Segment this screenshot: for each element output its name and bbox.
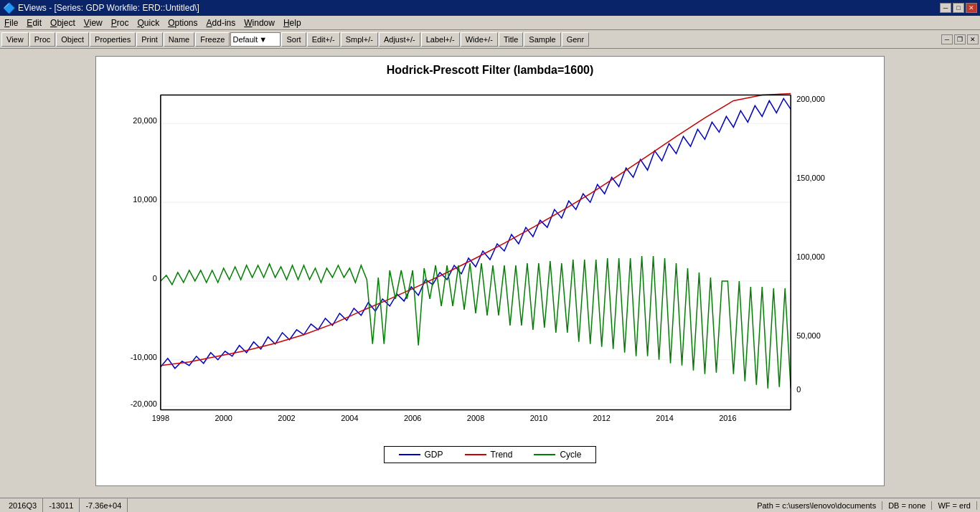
chevron-down-icon: ▼ <box>259 35 267 44</box>
toolbar-label-button[interactable]: Label+/- <box>421 32 460 47</box>
svg-text:20,000: 20,000 <box>133 116 157 125</box>
status-wf: WF = erd <box>932 501 977 510</box>
svg-text:2016: 2016 <box>719 414 736 422</box>
legend-cycle-label: Cycle <box>560 450 581 460</box>
toolbar-genr-button[interactable]: Genr <box>562 32 589 47</box>
svg-text:10,000: 10,000 <box>133 195 157 204</box>
menu-bar: File Edit Object View Proc Quick Options… <box>0 16 980 30</box>
svg-text:200,000: 200,000 <box>796 95 825 103</box>
toolbar-print-button[interactable]: Print <box>136 32 163 47</box>
legend-gdp-label: GDP <box>425 450 443 460</box>
status-bar: 2016Q3 -13011 -7.36e+04 Path = c:\users\… <box>0 498 980 512</box>
inner-window-controls: ─ ❐ ✕ <box>941 34 979 44</box>
maximize-button[interactable]: □ <box>953 3 964 13</box>
svg-text:-20,000: -20,000 <box>131 399 157 408</box>
minimize-button[interactable]: ─ <box>940 3 951 13</box>
toolbar-sort-button[interactable]: Sort <box>281 32 306 47</box>
legend-trend-label: Trend <box>491 450 513 460</box>
status-value1-text: -13011 <box>49 501 73 510</box>
toolbar-view-button[interactable]: View <box>1 32 29 47</box>
status-value2-text: -7.36e+04 <box>85 501 121 510</box>
svg-text:0: 0 <box>153 274 157 283</box>
svg-text:0: 0 <box>796 385 801 394</box>
status-path-text: Path = c:\users\lenovo\documents <box>757 501 876 510</box>
chart-title: Hodrick-Prescott Filter (lambda=1600) <box>103 64 877 77</box>
legend-gdp: GDP <box>399 450 443 460</box>
toolbar-style-value: Default <box>232 35 258 44</box>
toolbar: View Proc Object Properties Print Name F… <box>0 30 980 49</box>
toolbar-proc-button[interactable]: Proc <box>29 32 56 47</box>
toolbar-smpl-button[interactable]: Smpl+/- <box>341 32 378 47</box>
main-content: Hodrick-Prescott Filter (lambda=1600) 20… <box>0 49 980 498</box>
svg-text:150,000: 150,000 <box>796 174 825 182</box>
menu-item-addins[interactable]: Add-ins <box>202 16 240 29</box>
menu-item-window[interactable]: Window <box>240 16 279 29</box>
inner-close-button[interactable]: ✕ <box>967 34 979 44</box>
status-wf-text: WF = erd <box>938 501 971 510</box>
inner-restore-button[interactable]: ❐ <box>954 34 966 44</box>
toolbar-adjust-button[interactable]: Adjust+/- <box>379 32 420 47</box>
status-value1: -13011 <box>43 498 80 512</box>
chart-area: 20,000 10,000 0 -10,000 -20,000 200,000 … <box>103 84 877 442</box>
close-button[interactable]: ✕ <box>966 3 977 13</box>
menu-item-object[interactable]: Object <box>46 16 80 29</box>
status-path: Path = c:\users\lenovo\documents <box>751 501 882 510</box>
title-bar: 🔷 EViews - [Series: GDP Workfile: ERD::U… <box>0 0 980 16</box>
svg-text:100,000: 100,000 <box>796 252 825 261</box>
svg-text:2000: 2000 <box>215 414 232 422</box>
trend-legend-line <box>465 451 486 458</box>
svg-text:2010: 2010 <box>530 414 547 422</box>
status-value2: -7.36e+04 <box>80 498 128 512</box>
status-date: 2016Q3 <box>3 498 43 512</box>
legend-cycle: Cycle <box>534 450 581 460</box>
svg-text:1998: 1998 <box>152 414 169 422</box>
title-bar-controls: ─ □ ✕ <box>940 3 977 13</box>
menu-item-help[interactable]: Help <box>279 16 306 29</box>
inner-minimize-button[interactable]: ─ <box>941 34 953 44</box>
toolbar-freeze-button[interactable]: Freeze <box>195 32 230 47</box>
toolbar-sample-button[interactable]: Sample <box>524 32 560 47</box>
svg-text:2004: 2004 <box>341 414 358 422</box>
svg-text:2008: 2008 <box>467 414 484 422</box>
chart-svg: 20,000 10,000 0 -10,000 -20,000 200,000 … <box>103 84 877 442</box>
toolbar-properties-button[interactable]: Properties <box>90 32 136 47</box>
legend-trend: Trend <box>465 450 513 460</box>
status-right-group: Path = c:\users\lenovo\documents DB = no… <box>751 501 977 510</box>
window-title: EViews - [Series: GDP Workfile: ERD::Unt… <box>18 3 199 13</box>
svg-rect-0 <box>161 95 791 409</box>
svg-text:2014: 2014 <box>656 414 673 422</box>
svg-text:2012: 2012 <box>593 414 611 422</box>
toolbar-title-button[interactable]: Title <box>499 32 523 47</box>
svg-text:50,000: 50,000 <box>796 331 821 340</box>
menu-item-edit[interactable]: Edit <box>22 16 46 29</box>
chart-container: Hodrick-Prescott Filter (lambda=1600) 20… <box>95 56 885 486</box>
svg-text:2002: 2002 <box>278 414 295 422</box>
toolbar-style-dropdown[interactable]: Default ▼ <box>230 32 281 47</box>
status-date-text: 2016Q3 <box>9 501 37 510</box>
status-db: DB = none <box>882 501 932 510</box>
cycle-legend-line <box>534 451 555 458</box>
chart-legend: GDP Trend Cycle <box>384 446 597 463</box>
menu-item-proc[interactable]: Proc <box>107 16 133 29</box>
menu-item-options[interactable]: Options <box>164 16 202 29</box>
toolbar-wide-button[interactable]: Wide+/- <box>461 32 498 47</box>
menu-item-view[interactable]: View <box>80 16 107 29</box>
app-icon: 🔷 <box>3 2 15 14</box>
status-db-text: DB = none <box>888 501 925 510</box>
toolbar-edit-button[interactable]: Edit+/- <box>307 32 340 47</box>
toolbar-object-button[interactable]: Object <box>56 32 89 47</box>
svg-text:2006: 2006 <box>404 414 421 422</box>
svg-text:-10,000: -10,000 <box>131 353 157 361</box>
toolbar-name-button[interactable]: Name <box>164 32 194 47</box>
menu-item-file[interactable]: File <box>0 16 22 29</box>
menu-item-quick[interactable]: Quick <box>133 16 164 29</box>
title-bar-left: 🔷 EViews - [Series: GDP Workfile: ERD::U… <box>3 2 199 14</box>
gdp-legend-line <box>399 451 420 458</box>
